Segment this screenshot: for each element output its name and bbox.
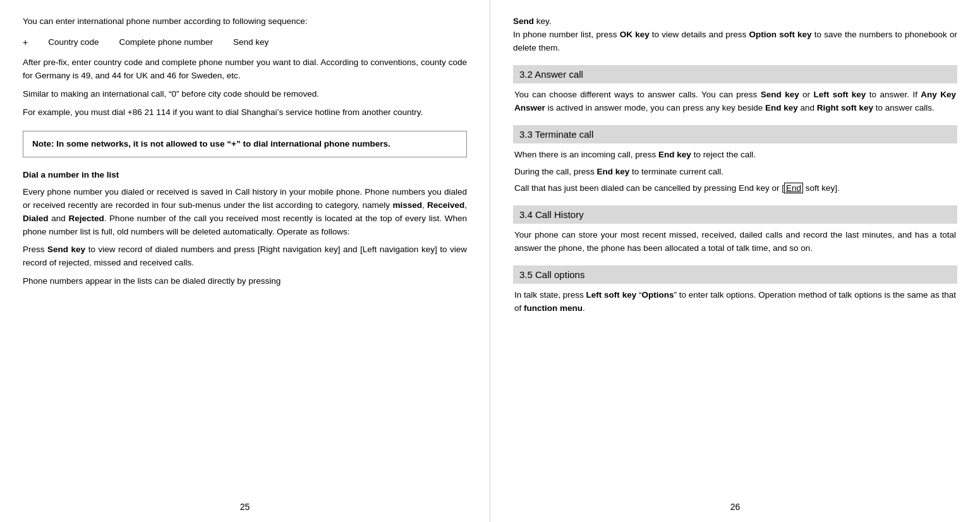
sequence-country-code: Country code [48, 37, 99, 47]
section-3-4-content: Your phone can store your most recent mi… [513, 229, 957, 255]
section-3-4-text: Your phone can store your most recent mi… [514, 229, 956, 255]
send-key-bold: Send key [47, 245, 85, 254]
right-intro: Send key. In phone number list, press OK… [513, 15, 957, 55]
section-3-3-content: When there is an incoming call, press En… [513, 149, 957, 196]
note-box: Note: In some networks, it is not allowe… [23, 131, 467, 157]
sequence-phone-number: Complete phone number [119, 37, 213, 47]
phone-sequence: + Country code Complete phone number Sen… [23, 37, 467, 47]
missed-label: missed [392, 200, 422, 210]
section-3-4-heading: 3.4 Call History [513, 205, 957, 224]
send-key-intro: Send [513, 16, 534, 26]
note-text: Note: In some networks, it is not allowe… [32, 139, 390, 149]
dial-heading: Dial a number in the list [23, 169, 467, 182]
intro-p4: For example, you must dial +86 21 114 if… [23, 106, 467, 119]
section-3-3-heading: 3.3 Terminate call [513, 125, 957, 143]
dial-p3: Phone numbers appear in the lists can be… [23, 275, 467, 288]
intro-p1: You can enter international phone number… [23, 15, 467, 28]
received-label: Received [427, 200, 464, 210]
end-underline: End [784, 183, 803, 193]
page-container: You can enter international phone number… [0, 0, 980, 522]
intro-p3: Similar to making an international call,… [23, 88, 467, 101]
section-3-5-heading: 3.5 Call options [513, 265, 957, 284]
section-3-2-content: You can choose different ways to answer … [513, 88, 957, 115]
left-page: You can enter international phone number… [0, 0, 490, 522]
intro-p2: After pre-fix, enter country code and co… [23, 56, 467, 83]
sequence-send-key: Send key [233, 37, 269, 47]
section-3-5-content: In talk state, press Left soft key “Opti… [513, 289, 957, 315]
section-3-2-heading: 3.2 Answer call [513, 65, 957, 83]
dial-p2: Press Send key to view record of dialed … [23, 243, 467, 270]
option-soft-key-label: Option soft key [749, 30, 812, 39]
left-page-number: 25 [240, 502, 250, 512]
right-page-number: 26 [730, 502, 741, 512]
right-page: Send key. In phone number list, press OK… [490, 0, 980, 522]
sequence-plus: + [23, 37, 28, 47]
rejected-label: Rejected [68, 214, 104, 223]
dial-p1: Every phone number you dialed or receive… [23, 186, 467, 239]
ok-key-label: OK key [620, 30, 650, 39]
dialed-label: Dialed [23, 214, 49, 223]
